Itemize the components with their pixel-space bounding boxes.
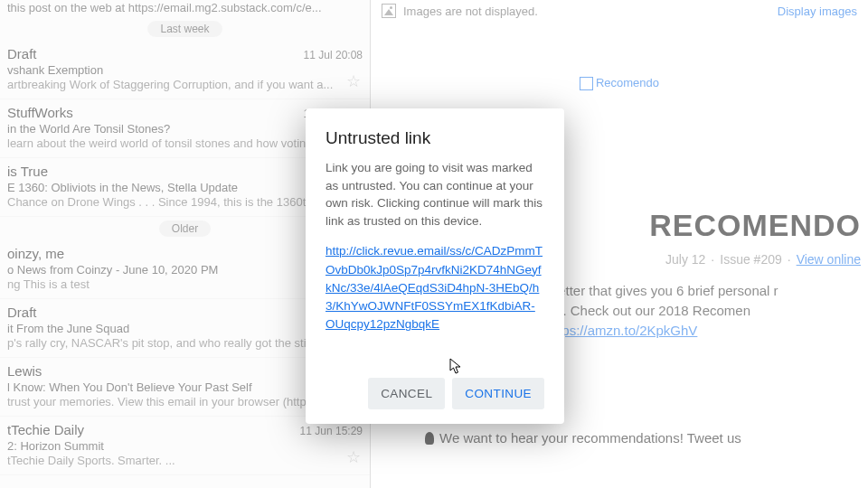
newsletter-logo: Recomendo — [371, 22, 868, 90]
cancel-button[interactable]: CANCEL — [368, 378, 445, 409]
untrusted-link-dialog: Untrusted link Link you are going to vis… — [306, 108, 564, 424]
dialog-title: Untrusted link — [326, 128, 544, 148]
images-bar: Images are not displayed. Display images — [371, 0, 868, 22]
divider-last-week: Last week — [0, 17, 370, 41]
view-online-link[interactable]: View online — [797, 252, 861, 267]
list-item[interactable]: Draft11 Jul 20:08 vshank Exemption artbr… — [0, 41, 370, 99]
newsletter-cta-link[interactable]: https://amzn.to/2KpkGhV — [547, 323, 698, 338]
images-not-displayed-label: Images are not displayed. — [403, 5, 538, 18]
app-root: this post on the web at https://email.mg… — [0, 0, 868, 488]
continue-button[interactable]: CONTINUE — [452, 378, 544, 409]
untrusted-url-link[interactable]: http://click.revue.email/ss/c/CADzPmmTOv… — [326, 244, 542, 331]
top-snippet: this post on the web at https://email.mg… — [0, 0, 370, 17]
display-images-link[interactable]: Display images — [778, 5, 857, 18]
bulb-icon — [425, 432, 434, 445]
image-icon — [382, 4, 396, 18]
star-icon[interactable]: ☆ — [346, 71, 361, 91]
dialog-url: http://click.revue.email/ss/c/CADzPmmTOv… — [326, 242, 544, 333]
list-item[interactable]: tTechie Daily11 Jun 15:29 2: Horizon Sum… — [0, 417, 370, 475]
feedback-line: We want to hear your recommendations! Tw… — [371, 430, 868, 446]
dialog-body: Link you are going to visit was marked a… — [326, 159, 544, 230]
broken-image-icon: Recomendo — [580, 76, 659, 89]
star-icon[interactable]: ☆ — [346, 447, 361, 467]
